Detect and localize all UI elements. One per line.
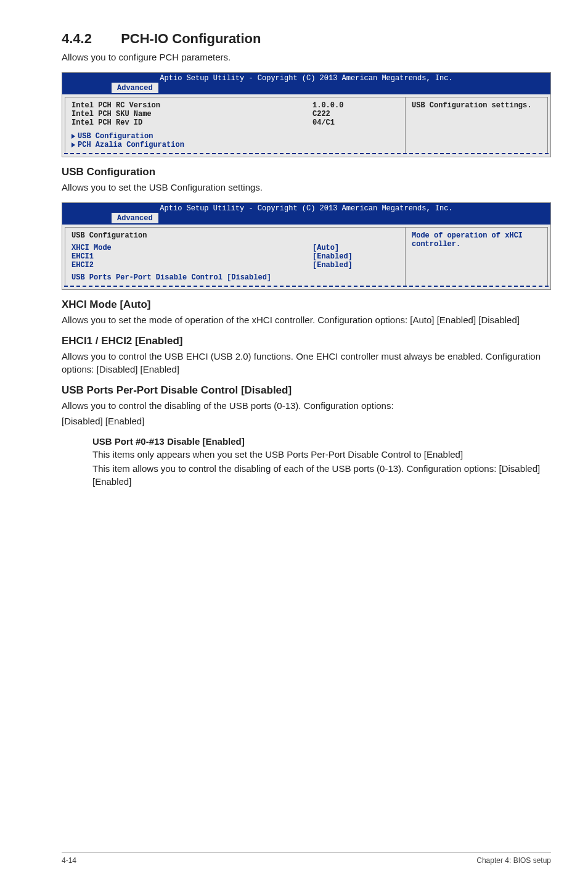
heading-usb-port-disable: USB Port #0-#13 Disable [Enabled] [92, 436, 551, 447]
row-pch-rc-version: Intel PCH RC Version 1.0.0.0 [71, 101, 399, 110]
row-pch-sku-name: Intel PCH SKU Name C222 [71, 110, 399, 118]
row-value: [Disabled] [227, 273, 271, 282]
submenu-usb-configuration[interactable]: USB Configuration [71, 132, 399, 141]
row-pch-rev-id: Intel PCH Rev ID 04/C1 [71, 118, 399, 127]
bios-help-text: USB Configuration settings. [412, 101, 531, 110]
dashed-divider [64, 286, 549, 287]
footer-page-number: 4-14 [62, 856, 76, 865]
dashed-divider [64, 153, 549, 154]
row-key: EHCI1 [71, 252, 312, 261]
row-key: Intel PCH SKU Name [71, 110, 312, 118]
row-value: [Enabled] [312, 261, 399, 270]
row-value: C222 [312, 110, 399, 118]
section-number: 4.4.2 [62, 31, 117, 47]
row-usb-ports-per-port-disable[interactable]: USB Ports Per-Port Disable Control [Disa… [71, 273, 399, 282]
heading-ppd: USB Ports Per-Port Disable Control [Disa… [62, 384, 551, 397]
row-xhci-mode[interactable]: XHCI Mode [Auto] [71, 244, 399, 252]
bios-panel-usb-configuration: Aptio Setup Utility - Copyright (C) 2013… [62, 202, 551, 290]
bios-header-title: Aptio Setup Utility - Copyright (C) 2013… [62, 204, 550, 213]
submenu-label: PCH Azalia Configuration [78, 141, 184, 149]
bios-left-pane: Intel PCH RC Version 1.0.0.0 Intel PCH S… [65, 97, 405, 153]
bios-help-text: Mode of operation of xHCI controller. [412, 231, 523, 249]
row-key: USB Ports Per-Port Disable Control [71, 273, 223, 282]
row-key: EHCI2 [71, 261, 312, 270]
tab-advanced[interactable]: Advanced [112, 213, 158, 223]
page-footer: 4-14 Chapter 4: BIOS setup [62, 852, 551, 865]
row-value: [Enabled] [312, 252, 399, 261]
bios-header-title: Aptio Setup Utility - Copyright (C) 2013… [62, 74, 550, 83]
row-key: Intel PCH RC Version [71, 101, 312, 110]
heading-usb-configuration: USB Configuration [62, 166, 551, 178]
tab-advanced[interactable]: Advanced [112, 83, 158, 93]
text-ehci: Allows you to control the USB EHCI (USB … [62, 350, 551, 376]
bios-section-title: USB Configuration [71, 231, 399, 240]
row-value: 04/C1 [312, 118, 399, 127]
heading-ehci: EHCI1 / EHCI2 [Enabled] [62, 335, 551, 347]
submenu-label: USB Configuration [78, 132, 153, 141]
bios-help-pane: Mode of operation of xHCI controller. [405, 228, 547, 286]
triangle-icon [71, 134, 75, 139]
text-usb-configuration-intro: Allows you to set the USB Configuration … [62, 181, 551, 194]
footer-chapter: Chapter 4: BIOS setup [476, 856, 551, 865]
bios-header: Aptio Setup Utility - Copyright (C) 2013… [62, 73, 550, 94]
bios-header: Aptio Setup Utility - Copyright (C) 2013… [62, 203, 550, 225]
row-key: Intel PCH Rev ID [71, 118, 312, 127]
triangle-icon [71, 142, 75, 147]
bios-panel-pchio: Aptio Setup Utility - Copyright (C) 2013… [62, 72, 551, 157]
section-intro: Allows you to configure PCH parameters. [62, 51, 551, 64]
text-ppd-1: Allows you to control the disabling of t… [62, 399, 551, 412]
bios-left-pane: USB Configuration XHCI Mode [Auto] EHCI1… [65, 228, 405, 286]
bios-help-pane: USB Configuration settings. [405, 97, 547, 153]
submenu-pch-azalia-configuration[interactable]: PCH Azalia Configuration [71, 141, 399, 149]
section-heading: 4.4.2 PCH-IO Configuration [62, 31, 551, 47]
row-ehci1[interactable]: EHCI1 [Enabled] [71, 252, 399, 261]
row-value: 1.0.0.0 [312, 101, 399, 110]
row-ehci2[interactable]: EHCI2 [Enabled] [71, 261, 399, 270]
section-title: PCH-IO Configuration [121, 31, 261, 46]
text-ppd-2: [Disabled] [Enabled] [62, 415, 551, 427]
text-usb-port-disable-2: This item allows you to control the disa… [92, 462, 551, 488]
text-xhci-mode: Allows you to set the mode of operation … [62, 313, 551, 326]
row-key: XHCI Mode [71, 244, 312, 252]
text-usb-port-disable-1: This items only appears when you set the… [92, 448, 551, 461]
heading-xhci-mode: XHCI Mode [Auto] [62, 299, 551, 311]
row-value: [Auto] [312, 244, 399, 252]
